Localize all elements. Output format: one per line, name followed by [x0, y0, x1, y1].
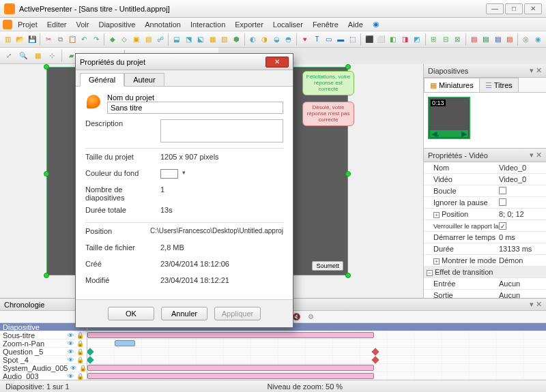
dialog-tab-general[interactable]: Général	[80, 73, 124, 87]
text-icon[interactable]: T	[312, 33, 322, 46]
menu-voir[interactable]: Voir	[72, 19, 94, 30]
tool-icon[interactable]: ⬜	[376, 33, 386, 46]
tool-icon[interactable]: ▭	[324, 33, 334, 46]
copy-icon[interactable]: ⧉	[55, 33, 66, 46]
cut-icon[interactable]: ✂	[43, 33, 53, 46]
zoom-fit-icon[interactable]: ⤢	[3, 50, 15, 62]
apply-button[interactable]: Appliquer	[214, 307, 261, 320]
submit-button-element[interactable]: Soumett	[312, 261, 343, 271]
clip-sous-titre[interactable]	[87, 332, 374, 338]
menu-exporter[interactable]: Exporter	[231, 19, 268, 30]
menu-fenetre[interactable]: Fenêtre	[308, 19, 343, 30]
clip-zoom[interactable]	[115, 340, 135, 346]
pdf-icon[interactable]: ▤	[469, 33, 479, 46]
track-spot[interactable]: Spot _4👁🔒	[0, 356, 87, 364]
project-name-input[interactable]	[107, 102, 283, 114]
tool-icon[interactable]: ◉	[533, 33, 543, 46]
tab-titres[interactable]: ☰Titres	[479, 78, 519, 92]
tool-icon[interactable]: ◧	[388, 33, 398, 46]
track-zoom-n-pan[interactable]: Zoom-n-Pan👁🔒	[0, 340, 87, 348]
track-sous-titre[interactable]: Sous-titre👁🔒	[0, 331, 87, 340]
keyframe[interactable]	[371, 356, 379, 363]
tool-icon[interactable]: ◇	[119, 33, 130, 46]
feedback-incorrect[interactable]: Désolé, votre réponse n'est pas correcte	[302, 102, 354, 126]
dialog-close-button[interactable]: ✕	[265, 57, 289, 67]
menu-annotation[interactable]: Annotation	[141, 19, 185, 30]
zoom-icon[interactable]: 🔍	[17, 50, 29, 62]
tool-icon[interactable]: ▤	[143, 33, 154, 46]
tool-icon[interactable]: ▣	[131, 33, 141, 46]
tool-icon[interactable]: ⬛	[364, 33, 374, 46]
tool-icon[interactable]: ⬢	[231, 33, 241, 46]
tool-icon[interactable]: ◎	[521, 33, 531, 46]
panel-menu-icon[interactable]: ▾ ✕	[530, 151, 542, 160]
snap-icon[interactable]: ⊹	[46, 50, 58, 62]
tool-icon[interactable]: ⬔	[184, 33, 194, 46]
value-cree: 23/04/2014 18:12:06	[160, 260, 283, 268]
dialog-tab-auteur[interactable]: Auteur	[124, 73, 164, 87]
clip-system-audio[interactable]	[87, 365, 374, 371]
close-button[interactable]: ✕	[524, 3, 542, 14]
panel-menu-icon[interactable]: ▾ ✕	[530, 66, 542, 75]
menu-interaction[interactable]: Interaction	[186, 19, 229, 30]
track-audio[interactable]: Audio_003👁🔒	[0, 372, 87, 380]
tl-tool-icon[interactable]: ⚙	[304, 311, 317, 323]
ok-button[interactable]: OK	[108, 307, 154, 320]
maximize-button[interactable]: □	[505, 3, 523, 14]
keyframe[interactable]	[87, 356, 94, 363]
excel-icon[interactable]: ▤	[480, 33, 491, 46]
menu-editer[interactable]: Editer	[43, 19, 71, 30]
tool-icon[interactable]: ⬕	[195, 33, 205, 46]
open-icon[interactable]: 📂	[14, 33, 25, 46]
cancel-button[interactable]: Annuler	[161, 307, 207, 320]
clip-audio[interactable]	[87, 373, 374, 379]
tab-miniatures[interactable]: ▦Miniatures	[424, 78, 480, 92]
tool-icon[interactable]: ◒	[272, 33, 282, 46]
menu-aide[interactable]: Aide	[344, 19, 367, 30]
redo-icon[interactable]: ↷	[91, 33, 101, 46]
dialog-title: Propriétés du projet	[80, 58, 265, 66]
heart-icon[interactable]: ♥	[300, 33, 310, 46]
minimize-button[interactable]: —	[486, 3, 504, 14]
description-textarea[interactable]	[160, 119, 283, 142]
keyframe[interactable]	[87, 348, 94, 355]
save-icon[interactable]: 💾	[27, 33, 37, 46]
tool-icon[interactable]: ◑	[259, 33, 270, 46]
status-slide-position: Diapositive: 1 sur 1	[5, 382, 70, 391]
track-question[interactable]: Question _5👁🔒	[0, 348, 87, 356]
tool-icon[interactable]: ▧	[219, 33, 229, 46]
menu-diapositive[interactable]: Diapositive	[94, 19, 139, 30]
tool-icon[interactable]: ◩	[412, 33, 422, 46]
timeline-lanes[interactable]	[87, 323, 546, 380]
tool-icon[interactable]: ▦	[207, 33, 218, 46]
paste-icon[interactable]: 📋	[67, 33, 77, 46]
menu-help-icon[interactable]: ◉	[369, 18, 384, 30]
grid-icon[interactable]: ▦	[31, 50, 44, 62]
tool-icon[interactable]: ⊟	[440, 33, 450, 46]
project-properties-dialog: Propriétés du projet ✕ Général Auteur No…	[75, 53, 293, 328]
new-icon[interactable]: ▥	[3, 33, 13, 46]
tool-icon[interactable]: ⬓	[171, 33, 182, 46]
tool-icon[interactable]: ◐	[248, 33, 258, 46]
undo-icon[interactable]: ↶	[78, 33, 89, 46]
prop-demarrer: Démarrer le temps0 ms	[424, 232, 546, 243]
menu-localiser[interactable]: Localiser	[269, 19, 307, 30]
tool-icon[interactable]: ⬚	[347, 33, 358, 46]
slide-thumbnail-1[interactable]: 0:13 ◀𝅘▶	[428, 97, 470, 139]
tool-icon[interactable]: ▬	[336, 33, 346, 46]
tool-icon[interactable]: ◓	[283, 33, 293, 46]
tool-icon[interactable]: ⊠	[452, 33, 462, 46]
panel-menu-icon[interactable]: ▾ ✕	[530, 300, 542, 309]
tool-icon[interactable]: ◨	[400, 33, 410, 46]
track-system-audio[interactable]: System_Audio_005👁🔒	[0, 364, 87, 372]
tool-icon[interactable]: ⊞	[428, 33, 438, 46]
word-icon[interactable]: ▤	[492, 33, 502, 46]
ppt-icon[interactable]: ▤	[504, 33, 515, 46]
menu-projet[interactable]: Projet	[14, 19, 42, 30]
bgcolor-picker[interactable]	[160, 169, 178, 179]
tool-icon[interactable]: ☍	[155, 33, 165, 46]
track-diapositive[interactable]: Diapositive	[0, 323, 87, 331]
keyframe[interactable]	[371, 348, 379, 355]
tool-icon[interactable]: ◆	[107, 33, 117, 46]
feedback-correct[interactable]: Félicitations, votre réponse est correct…	[302, 71, 354, 95]
